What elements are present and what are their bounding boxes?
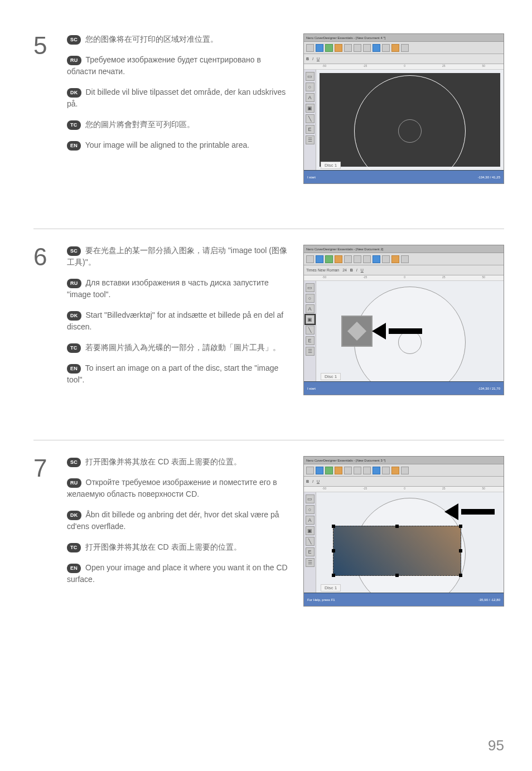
badge-en: en [67, 141, 81, 151]
lang-dk: dk Start "Billedværktøj" for at indsætte… [67, 309, 292, 333]
lang-tc: tc 若要將圖片插入為光碟的一部分，請啟動「圖片工具」。 [67, 342, 292, 353]
tb-icon [335, 44, 342, 52]
ss-menubar: Nero CoverDesigner Essentials - [New Doc… [304, 245, 504, 253]
ss-toolbar [304, 464, 504, 477]
tb-icon [335, 255, 342, 263]
ss-toolbar [304, 42, 504, 54]
tb-icon [382, 44, 390, 52]
lang-sc: sc 您的图像将在可打印的区域对准位置。 [67, 33, 292, 45]
curve-tool-icon: E [306, 547, 315, 556]
badge-dk: dk [67, 511, 81, 521]
tool-icon: ☰ [306, 558, 315, 567]
ss-canvas [316, 70, 504, 170]
start-button: I start [307, 176, 316, 179]
lang-en: en To insert an image on a part of the d… [67, 362, 292, 386]
screenshot-6: Nero CoverDesigner Essentials - [New Doc… [303, 245, 504, 395]
text-sc: 要在光盘上的某一部分插入图象，请启动 "image tool (图像工具)"。 [67, 246, 287, 266]
coords-readout: -134,30 / 41,25 [478, 176, 500, 179]
arrow-icon [372, 323, 422, 340]
status-hint: For Help, press F1 [307, 598, 335, 602]
lang-dk: dk Dit billede vil blive tilpasset det o… [67, 86, 292, 110]
line-tool-icon: ╲ [306, 326, 315, 334]
text-ru: Для вставки изображения в часть диска за… [67, 278, 269, 299]
badge-tc: tc [67, 120, 81, 130]
ss-body: ▭ ○ A ▣ ╲ E ☰ [304, 70, 504, 170]
text-sc: 您的图像将在可打印的区域对准位置。 [85, 35, 218, 43]
step-number: 5 [33, 33, 56, 184]
tb-icon [391, 467, 399, 474]
lang-tc: tc 打开图像并将其放在 CD 表面上需要的位置。 [67, 541, 292, 553]
tb-icon [344, 44, 352, 52]
step-text-col: sc 要在光盘上的某一部分插入图象，请启动 "image tool (图像工具)… [67, 245, 292, 395]
tb-icon [401, 467, 409, 474]
ss-sidebar: ▭ ○ A ▣ ╲ E ☰ [304, 281, 316, 381]
ss-menubar: Nero CoverDesigner Essentials - [New Doc… [304, 34, 504, 42]
lang-ru: ru Требуемое изображение будет сцентриро… [67, 54, 292, 77]
tb-icon [344, 467, 352, 474]
text-tool-icon: A [306, 304, 315, 313]
badge-sc: sc [67, 35, 81, 45]
tb-icon [401, 255, 409, 263]
step-text-col: sc 打开图像并将其放在 CD 表面上需要的位置。 ru Откройте тр… [67, 456, 292, 607]
tb-icon [373, 44, 380, 52]
tb-icon [335, 467, 342, 474]
badge-tc: tc [67, 543, 81, 553]
tb-icon [325, 255, 333, 263]
step-7: 7 sc 打开图像并将其放在 CD 表面上需要的位置。 ru Откройте … [33, 440, 504, 618]
ss-canvas [316, 281, 504, 381]
image-tool-highlight [341, 316, 373, 347]
ss-toolbar [304, 253, 504, 265]
step-5: 5 sc 您的图像将在可打印的区域对准位置。 ru Требуемое изоб… [33, 33, 504, 195]
badge-en: en [67, 364, 81, 374]
tb-icon [401, 44, 409, 52]
badge-sc: sc [67, 458, 81, 468]
tab-disc1: Disc 1 [321, 584, 341, 591]
lang-tc: tc 您的圖片將會對齊至可列印區。 [67, 119, 292, 130]
pointer-tool-icon: ▭ [306, 283, 315, 292]
tb-icon [354, 255, 361, 263]
step-6: 6 sc 要在光盘上的某一部分插入图象，请启动 "image tool (图像工… [33, 229, 504, 406]
image-tool-icon: ▣ [306, 526, 315, 535]
text-dk: Åbn dit billede og anbring det dér, hvor… [67, 510, 279, 531]
tb-icon [306, 255, 314, 263]
circle-tool-icon: ○ [306, 83, 315, 91]
ss-statusbar: I start -134,30 / 41,25 [304, 170, 504, 183]
tb-icon [373, 467, 380, 474]
ss-toolbar2: B I U [304, 477, 504, 487]
tb-icon [391, 255, 399, 263]
tb-icon [325, 467, 333, 474]
text-ru: Требуемое изображение будет сцентрирован… [67, 55, 261, 76]
arrow-icon [444, 503, 495, 520]
pointer-tool-icon: ▭ [306, 494, 315, 503]
ss-canvas [316, 492, 504, 593]
tb-icon [363, 467, 371, 474]
tb-icon [363, 44, 371, 52]
badge-tc: tc [67, 343, 81, 353]
tool-icon: ☰ [306, 135, 315, 144]
line-tool-icon: ╲ [306, 114, 315, 123]
text-tool-icon: A [306, 93, 315, 102]
tb-icon [363, 255, 371, 263]
tb-icon [306, 44, 314, 52]
lang-sc: sc 要在光盘上的某一部分插入图象，请启动 "image tool (图像工具)… [67, 245, 292, 268]
badge-sc: sc [67, 246, 81, 256]
lang-sc: sc 打开图像并将其放在 CD 表面上需要的位置。 [67, 456, 292, 468]
text-en: Open your image and place it where you w… [67, 563, 288, 584]
coords-readout: -134,30 / 21,70 [478, 387, 500, 390]
tb-icon [316, 44, 323, 52]
tb-icon [391, 44, 399, 52]
tb-icon [325, 44, 333, 52]
curve-tool-icon: E [306, 125, 315, 134]
screenshot-5: Nero CoverDesigner Essentials - [New Doc… [303, 33, 504, 184]
tb-icon [316, 255, 323, 263]
text-dk: Dit billede vil blive tilpasset det områ… [67, 88, 286, 108]
curve-tool-icon: E [306, 336, 315, 345]
ss-body: ▭ ○ A ▣ ╲ E ☰ [304, 492, 504, 593]
page-root: 5 sc 您的图像将在可打印的区域对准位置。 ru Требуемое изоб… [0, 0, 532, 646]
coords-readout: -35,90 / -12,80 [478, 598, 500, 602]
tool-icon: ☰ [306, 347, 315, 356]
ss-ruler: -50-2502550 [304, 275, 504, 281]
ss-menubar: Nero CoverDesigner Essentials - [New Doc… [304, 457, 504, 464]
image-tool-icon: ▣ [306, 315, 315, 324]
text-tc: 打开图像并将其放在 CD 表面上需要的位置。 [85, 542, 241, 551]
